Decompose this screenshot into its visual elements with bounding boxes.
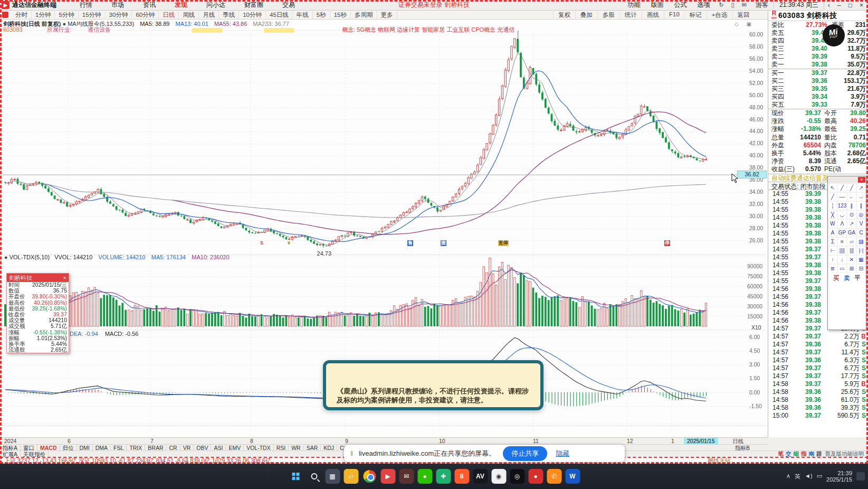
period-月线[interactable]: 月线 bbox=[199, 11, 219, 19]
bid-row[interactable]: 买四39.343.9万 bbox=[768, 93, 868, 101]
period-15分钟[interactable]: 15分钟 bbox=[79, 11, 106, 19]
draw-tool-icon-10[interactable]: ∥ bbox=[847, 201, 856, 210]
period-季线[interactable]: 季线 bbox=[219, 11, 239, 19]
draw-tool-icon-37[interactable]: ▭ bbox=[837, 264, 847, 273]
tab-窗口[interactable]: 窗口 bbox=[21, 445, 37, 450]
minimize-button[interactable]: – bbox=[834, 2, 845, 9]
draw-tool-icon-29[interactable]: |||| bbox=[837, 246, 847, 255]
menu-交易[interactable]: 交易 bbox=[273, 1, 304, 10]
tool-多股[interactable]: 多股 bbox=[597, 11, 619, 19]
mini-tab[interactable]: 细 bbox=[794, 450, 799, 457]
draw-tool-icon-12[interactable]: ╳ bbox=[828, 210, 837, 219]
draw-tool-icon-0[interactable]: ↖ bbox=[828, 183, 837, 192]
draw-tool-icon-27[interactable]: ▨ bbox=[856, 237, 866, 246]
draw-toolbar-titlebar[interactable]: × bbox=[828, 176, 866, 183]
draw-tool-icon-4[interactable]: ╱ bbox=[828, 192, 837, 201]
refresh-icon[interactable]: ↻ bbox=[716, 2, 728, 8]
video-app-icon[interactable]: ▶ bbox=[380, 469, 395, 484]
draw-tool-icon-9[interactable]: 123 bbox=[837, 201, 847, 210]
ask-row[interactable]: 卖四39.4132.7万 bbox=[768, 37, 868, 45]
draw-tool-icon-24[interactable]: Σ bbox=[828, 237, 837, 246]
task-view-icon[interactable]: ▦ bbox=[325, 469, 340, 484]
draw-tool-icon-32[interactable]: ↑ bbox=[828, 255, 837, 264]
obs-icon[interactable]: ◎ bbox=[510, 469, 524, 484]
mail-app-icon[interactable]: ✉ bbox=[399, 469, 414, 484]
mobile-icon[interactable]: ▯ bbox=[728, 2, 738, 8]
tab-RSI[interactable]: RSI bbox=[274, 445, 289, 450]
draw-tool-icon-28[interactable]: ⊢ bbox=[828, 246, 837, 255]
tab-BRAR[interactable]: BRAR bbox=[145, 445, 166, 450]
draw-tool-icon-18[interactable]: ↗ bbox=[847, 219, 856, 228]
draw-tool-icon-21[interactable]: GP bbox=[837, 228, 847, 237]
draw-tool-icon-7[interactable]: ↔ bbox=[856, 192, 866, 201]
ask-row[interactable]: 卖三39.4011.8万 bbox=[768, 45, 868, 53]
draw-tool-icon-35[interactable]: ▦ bbox=[856, 255, 866, 264]
menu-财富圈[interactable]: 财富圈 bbox=[235, 1, 273, 10]
file-explorer-icon[interactable]: ▱ bbox=[344, 469, 358, 484]
period-更多[interactable]: 更多 bbox=[377, 11, 397, 19]
draw-tool-icon-22[interactable]: GA bbox=[847, 228, 856, 237]
chart-type-icon[interactable] bbox=[2, 12, 8, 18]
period-多周期[interactable]: 多周期 bbox=[351, 11, 377, 19]
period-60分钟[interactable]: 60分钟 bbox=[132, 11, 159, 19]
bid-row[interactable]: 买五39.337.9万 bbox=[768, 101, 868, 109]
chart-marker[interactable]: 测 bbox=[441, 240, 446, 246]
menu-市场[interactable]: 市场 bbox=[102, 1, 133, 10]
menu-功能[interactable]: 功能 bbox=[623, 1, 646, 10]
volume-icon[interactable]: ◄) bbox=[805, 473, 813, 481]
tab-SAR[interactable]: SAR bbox=[304, 445, 321, 450]
draw-tool-icon-19[interactable]: V bbox=[856, 219, 866, 228]
period-周线[interactable]: 周线 bbox=[179, 11, 199, 19]
period-30分钟[interactable]: 30分钟 bbox=[106, 11, 132, 19]
close-icon[interactable]: × bbox=[858, 177, 865, 183]
draw-tool-icon-25[interactable]: ≡ bbox=[837, 237, 847, 246]
draw-tool-icon-30[interactable]: ||| bbox=[847, 246, 856, 255]
maximize-button[interactable]: □ bbox=[845, 2, 856, 9]
tab-MACD[interactable]: MACD bbox=[37, 445, 60, 450]
period-分时[interactable]: 分时 bbox=[12, 11, 32, 19]
chart-marker[interactable]: 停 bbox=[664, 240, 670, 246]
user-label[interactable]: 游客 bbox=[750, 1, 774, 10]
draw-tool-卖[interactable]: 卖 bbox=[844, 274, 850, 282]
draw-tool-icon-8[interactable]: ¦ bbox=[828, 201, 837, 210]
period-45日线[interactable]: 45日线 bbox=[266, 11, 293, 19]
search-icon[interactable] bbox=[307, 469, 321, 484]
tab-WR[interactable]: WR bbox=[289, 445, 304, 450]
tool-F10[interactable]: F10 bbox=[664, 11, 684, 19]
draw-tool-icon-36[interactable]: ≣ bbox=[828, 264, 837, 273]
ask-row[interactable]: 卖五39.4229.6万 bbox=[768, 29, 868, 37]
close-button[interactable]: × bbox=[856, 2, 867, 9]
period-10分钟[interactable]: 10分钟 bbox=[239, 11, 266, 19]
tab-TRIX[interactable]: TRIX bbox=[127, 445, 145, 450]
period-15秒[interactable]: 15秒 bbox=[330, 11, 351, 19]
tool-标记[interactable]: 标记 bbox=[684, 11, 707, 19]
menu-版面[interactable]: 版面 bbox=[646, 1, 669, 10]
close-icon[interactable]: × bbox=[63, 275, 66, 281]
draw-tool-icon-5[interactable]: — bbox=[837, 192, 847, 201]
av-app-icon[interactable]: AV bbox=[473, 469, 488, 484]
draw-tool-icon-13[interactable]: ◡ bbox=[837, 210, 847, 219]
panel-toggle-icons[interactable]: ◇ ▣ bbox=[735, 21, 755, 27]
tab-归位[interactable]: 归位 bbox=[60, 445, 77, 450]
period-年线[interactable]: 年线 bbox=[293, 11, 313, 19]
tab-VOL-TDX[interactable]: VOL-TDX bbox=[244, 445, 274, 450]
period-5秒[interactable]: 5秒 bbox=[313, 11, 330, 19]
draw-tool-icon-15[interactable]: ◎ bbox=[856, 210, 866, 219]
tab-VR[interactable]: VR bbox=[180, 445, 194, 450]
period-日线[interactable]: 日线 bbox=[159, 11, 179, 19]
tray-clock[interactable]: 21:392025/1/15 bbox=[826, 470, 852, 483]
mini-tab[interactable]: 跟 bbox=[816, 450, 822, 457]
menu-选项[interactable]: 选项 bbox=[692, 1, 716, 10]
draw-tool-icon-23[interactable]: C bbox=[856, 228, 866, 237]
ext-扩展A[interactable]: 扩展A bbox=[0, 451, 21, 457]
tool-复权[interactable]: 复权 bbox=[553, 11, 575, 19]
draw-tool-icon-26[interactable]: ▱ bbox=[847, 237, 856, 246]
draw-tool-icon-33[interactable]: ↓ bbox=[837, 255, 847, 264]
menu-发现[interactable]: 发现 bbox=[165, 1, 197, 10]
tray-expand-icon[interactable]: ∧ bbox=[786, 473, 790, 481]
green-app-icon[interactable]: ✚ bbox=[436, 469, 451, 484]
period-1分钟[interactable]: 1分钟 bbox=[32, 11, 55, 19]
draw-tool-icon-3[interactable]: ↗ bbox=[856, 183, 866, 192]
hide-link[interactable]: 隐藏 bbox=[556, 449, 569, 458]
bid-row[interactable]: 买一39.3722.8万 bbox=[768, 69, 868, 77]
